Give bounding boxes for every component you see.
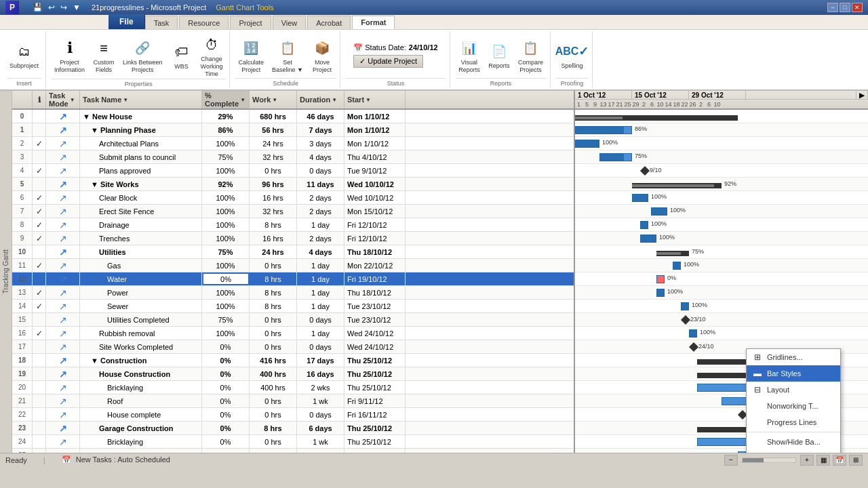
gantt-task-bar[interactable] — [640, 221, 648, 229]
cell-task-name[interactable]: Roof — [80, 449, 202, 453]
table-row[interactable]: 3 ↗ Submit plans to council 75% 32 hrs 4… — [12, 150, 574, 164]
cell-task-name[interactable]: Site Works Completed — [80, 340, 202, 353]
gantt-period-arrow[interactable]: ▶ — [856, 91, 868, 99]
ribbon-item-baseline[interactable]: 📋 SetBaseline ▼ — [269, 36, 306, 75]
col-header-task-mode[interactable]: TaskMode▼ — [46, 91, 80, 108]
cell-task-name[interactable]: Drainage — [80, 218, 202, 231]
cm-item-layout[interactable]: ⊟ Layout — [747, 382, 840, 398]
cell-task-name[interactable]: ▼ Construction — [80, 354, 202, 367]
table-row[interactable]: 6 ✓ ↗ Clear Block 100% 16 hrs 2 days Wed… — [12, 191, 574, 205]
table-row[interactable]: 16 ✓ ↗ Rubbish removal 100% 0 hrs 1 day … — [12, 327, 574, 340]
cell-task-name[interactable]: Garage Construction — [80, 422, 202, 434]
ribbon-item-calculate[interactable]: 🔢 CalculateProject — [235, 36, 267, 75]
cm-item-show-hide-bars[interactable]: Show/Hide Ba... — [747, 434, 840, 450]
cell-task-name[interactable]: Clear Block — [80, 191, 202, 204]
table-row[interactable]: 24 ↗ Bricklaying 0% 0 hrs 1 wk Thu 25/10… — [12, 435, 574, 449]
cell-task-name[interactable]: Power — [80, 286, 202, 299]
table-row[interactable]: 17 ↗ Site Works Completed 0% 0 hrs 0 day… — [12, 340, 574, 354]
table-row[interactable]: 13 ✓ ↗ Power 100% 8 hrs 1 day Thu 18/10/… — [12, 286, 574, 300]
table-row[interactable]: 14 ✓ ↗ Sewer 100% 8 hrs 1 day Tue 23/10/… — [12, 300, 574, 313]
tab-format[interactable]: Format — [352, 16, 395, 29]
cell-task-name[interactable]: Submit plans to council — [80, 150, 202, 163]
table-row[interactable]: 11 ✓ ↗ Gas 100% 0 hrs 1 day Mon 22/10/12 — [12, 259, 574, 272]
cell-task-name[interactable]: Sewer — [80, 300, 202, 312]
table-row[interactable]: 5 ↗ ▼ Site Works 92% 96 hrs 11 days Wed … — [12, 178, 574, 191]
zoom-in-btn[interactable]: + — [800, 455, 814, 466]
table-row[interactable]: 15 ↗ Utilities Completed 75% 0 hrs 0 day… — [12, 313, 574, 327]
table-row[interactable]: 9 ✓ ↗ Trenches 100% 16 hrs 2 days Fri 12… — [12, 232, 574, 245]
cell-task-name[interactable]: Erect Site Fence — [80, 205, 202, 218]
col-header-info[interactable]: ℹ — [33, 91, 46, 108]
table-row[interactable]: 23 ↗ Garage Construction 0% 8 hrs 6 days… — [12, 422, 574, 435]
cell-task-name[interactable]: Water — [80, 272, 202, 285]
table-row[interactable]: 7 ✓ ↗ Erect Site Fence 100% 32 hrs 2 day… — [12, 205, 574, 218]
cell-task-name[interactable]: ▼ Planning Phase — [80, 123, 202, 136]
gantt-task-bar[interactable] — [673, 262, 681, 270]
cell-task-name[interactable]: Plans approved — [80, 164, 202, 177]
gantt-task-bar[interactable] — [632, 194, 648, 202]
table-row[interactable]: 20 ↗ Bricklaying 0% 400 hrs 2 wks Thu 25… — [12, 381, 574, 394]
cell-task-name[interactable]: House complete — [80, 408, 202, 421]
col-header-start[interactable]: Start▼ — [344, 91, 406, 108]
table-row[interactable]: 12 ↗ Water 0% 8 hrs 1 day Fri 19/10/12 — [12, 272, 574, 286]
save-qa-btn[interactable]: 💾 — [31, 3, 44, 12]
cell-task-name[interactable]: Rubbish removal — [80, 327, 202, 340]
cell-task-name[interactable]: Gas — [80, 259, 202, 272]
cell-task-name[interactable]: Bricklaying — [80, 435, 202, 448]
ribbon-item-links[interactable]: 🔗 Links BetweenProjects — [120, 36, 165, 75]
maximize-btn[interactable]: □ — [840, 3, 850, 12]
col-header-task-name[interactable]: Task Name▼ — [80, 91, 202, 108]
view-calendar-btn[interactable]: 📅 — [833, 455, 846, 466]
table-row[interactable]: 2 ✓ ↗ Architectual Plans 100% 24 hrs 3 d… — [12, 137, 574, 150]
table-row[interactable]: 25 ↗ Roof 0% 8 hrs 1 day Thu 1/11/12 — [12, 449, 574, 453]
cm-item-gridlines[interactable]: ⊞ Gridlines... — [747, 349, 840, 365]
tab-resource[interactable]: Resource — [179, 16, 229, 29]
gantt-task-bar[interactable] — [656, 289, 665, 297]
cm-item-progress-lines[interactable]: Progress Lines — [747, 414, 840, 430]
dropdown-qa-btn[interactable]: ▼ — [71, 3, 82, 12]
zoom-out-btn[interactable]: − — [724, 455, 738, 466]
cm-item-show-timeline[interactable]: Show Timeline — [747, 450, 840, 453]
update-project-btn[interactable]: ✓ Update Project — [353, 55, 423, 68]
tab-project[interactable]: Project — [230, 16, 271, 29]
gantt-task-bar[interactable] — [656, 275, 665, 283]
cell-task-name[interactable]: House Construction — [80, 367, 202, 380]
table-row[interactable]: 0 ↗ ▼ New House 29% 680 hrs 46 days Mon … — [12, 110, 574, 123]
redo-qa-btn[interactable]: ↪ — [59, 3, 68, 12]
cm-item-bar-styles[interactable]: ▬ Bar Styles — [747, 365, 840, 382]
tab-file[interactable]: File — [108, 14, 145, 29]
table-row[interactable]: 18 ↗ ▼ Construction 0% 416 hrs 17 days T… — [12, 354, 574, 367]
view-gantt-btn[interactable]: ▦ — [816, 455, 830, 466]
close-btn[interactable]: ✕ — [852, 3, 863, 12]
cell-task-name[interactable]: ▼ Site Works — [80, 178, 202, 190]
ribbon-item-reports[interactable]: 📄 Reports — [486, 39, 513, 71]
gantt-task-bar[interactable] — [689, 329, 697, 338]
cm-item-nonworking[interactable]: Nonworking T... — [747, 398, 840, 414]
gantt-task-bar[interactable] — [651, 207, 667, 216]
table-row[interactable]: 21 ↗ Roof 0% 0 hrs 1 wk Fri 9/11/12 — [12, 394, 574, 408]
cell-task-name[interactable]: Utilities — [80, 245, 202, 258]
col-header-pct-complete[interactable]: %Complete▼ — [202, 91, 250, 108]
table-row[interactable]: 4 ✓ ↗ Plans approved 100% 0 hrs 0 days T… — [12, 164, 574, 178]
ribbon-item-compare[interactable]: 📋 CompareProjects — [515, 36, 546, 75]
gantt-task-bar[interactable] — [738, 451, 746, 453]
table-row[interactable]: 19 ↗ House Construction 0% 400 hrs 16 da… — [12, 367, 574, 381]
table-row[interactable]: 22 ↗ House complete 0% 0 hrs 0 days Fri … — [12, 408, 574, 422]
cell-task-name[interactable]: Utilities Completed — [80, 313, 202, 326]
tab-acrobat[interactable]: Acrobat — [307, 16, 351, 29]
gantt-task-bar[interactable] — [599, 153, 632, 161]
cell-task-name[interactable]: ▼ New House — [80, 110, 202, 123]
ribbon-item-subproject[interactable]: 🗂 Subproject — [7, 39, 41, 71]
cell-task-name[interactable]: Trenches — [80, 232, 202, 245]
col-header-work[interactable]: Work▼ — [250, 91, 297, 108]
undo-qa-btn[interactable]: ↩ — [47, 3, 56, 12]
cell-task-name[interactable]: Architectual Plans — [80, 137, 202, 150]
col-header-duration[interactable]: Duration▼ — [297, 91, 344, 108]
cell-pct-complete[interactable]: 0% — [202, 272, 250, 285]
ribbon-item-project-info[interactable]: ℹ ProjectInformation — [52, 36, 87, 75]
tab-view[interactable]: View — [273, 16, 307, 29]
tab-task[interactable]: Task — [145, 16, 178, 29]
minimize-btn[interactable]: − — [827, 3, 838, 12]
ribbon-item-working-time[interactable]: ⏱ ChangeWorkingTime — [198, 33, 226, 79]
cell-task-name[interactable]: Bricklaying — [80, 381, 202, 394]
